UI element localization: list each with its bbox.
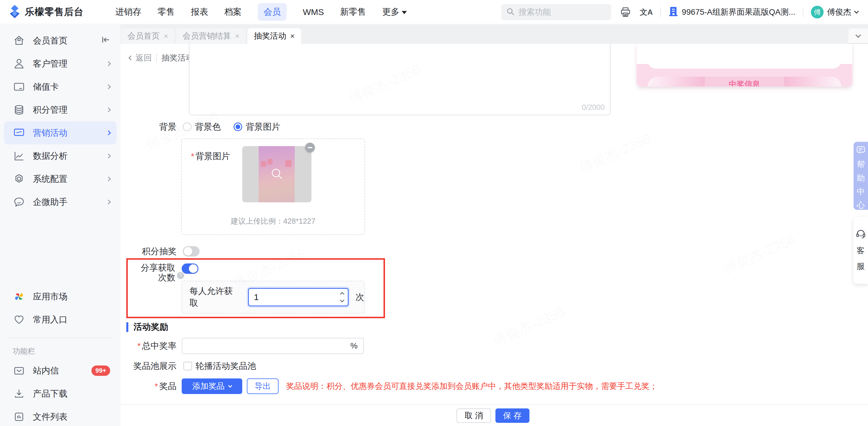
radio-background-color-label[interactable]: 背景色 [195, 121, 221, 133]
rewards-section-title: 活动奖励 [133, 321, 168, 333]
mini-app-icon [261, 161, 266, 167]
top-menu-item-new-retail[interactable]: 新零售 [340, 6, 366, 18]
points-lottery-toggle[interactable] [183, 246, 199, 257]
back-button[interactable]: 返回 [129, 53, 152, 63]
carousel-pool-checkbox-label[interactable]: 轮播活动奖品池 [195, 360, 256, 372]
tab-member-marketing-settlement[interactable]: 会员营销结算 × [176, 28, 246, 44]
save-button[interactable]: 保 存 [495, 408, 529, 423]
sidebar-item-analytics[interactable]: 数据分析 [0, 144, 121, 167]
user-icon [13, 58, 25, 69]
sidebar-item-stored-card[interactable]: 储值卡 [0, 75, 121, 98]
preview-white-panel [648, 44, 841, 69]
background-image-upload[interactable]: *背景图片 建议上传比例：428*1227 [181, 138, 365, 235]
stepper-down-icon[interactable] [340, 298, 345, 303]
export-button[interactable]: 导出 [247, 379, 279, 394]
search-input[interactable] [519, 7, 599, 17]
unit-label: 次 [355, 291, 364, 303]
top-menu-item-wms[interactable]: WMS [303, 7, 324, 17]
cancel-button[interactable]: 取 消 [457, 408, 491, 423]
translate-icon[interactable]: 文A [640, 5, 653, 19]
sidebar-item-product-download[interactable]: 产品下载 [0, 382, 121, 405]
sidebar-item-marketing[interactable]: 营销活动 [4, 121, 117, 144]
heart-icon [13, 315, 25, 324]
chevron-down-icon [228, 384, 232, 388]
per-person-count-input[interactable] [249, 292, 330, 302]
share-times-settings-box: 每人允许获取 次 [181, 281, 365, 314]
radio-background-image-label[interactable]: 背景图片 [246, 121, 280, 133]
close-icon[interactable]: × [290, 32, 294, 41]
top-menu-item-retail[interactable]: 零售 [157, 6, 175, 18]
share-times-toggle[interactable] [182, 263, 198, 274]
store-name: 99675-A组新界面果蔬版QA测... [682, 7, 795, 18]
store-icon [669, 6, 678, 18]
sidebar-item-member-home[interactable]: 会员首页 [0, 29, 121, 52]
store-selector[interactable]: 99675-A组新界面果蔬版QA测... [669, 6, 795, 18]
radio-background-image[interactable] [234, 123, 242, 131]
tab-lottery-activity[interactable]: 抽奖活动 × [247, 28, 301, 44]
share-times-toggle-row [182, 263, 198, 274]
close-icon[interactable]: × [164, 32, 168, 41]
background-image-thumbnail[interactable] [242, 146, 311, 202]
top-menu-item-report[interactable]: 报表 [191, 6, 208, 18]
chevron-left-icon [129, 56, 133, 61]
prize-row: *奖品 添加奖品 导出 奖品说明：积分、优惠券会员可直接兑奖添加到会员账户中，其… [121, 378, 657, 394]
sidebar-item-wecom[interactable]: 企微助手 [0, 191, 121, 214]
app-logo[interactable]: 乐檬零售后台 [0, 5, 115, 19]
divider [803, 7, 803, 17]
sidebar-item-settings[interactable]: 系统配置 [0, 167, 121, 191]
global-search[interactable] [501, 4, 611, 20]
sidebar: 会员首页 客户管理 储值卡 积分管理 营销 [0, 25, 121, 426]
top-menu-item-member[interactable]: 会员 [258, 3, 287, 21]
sidebar-item-file-list[interactable]: 文件列表 [0, 405, 121, 426]
description-textarea[interactable]: 0/2000 [189, 44, 611, 115]
sidebar-item-inbox[interactable]: 站内信 99+ [0, 359, 121, 382]
stepper-up-icon[interactable] [340, 292, 345, 297]
print-icon[interactable] [619, 5, 632, 19]
preview-module-row: 中奖信息 [648, 77, 841, 87]
background-image-field-label: *背景图片 [191, 151, 230, 162]
remove-image-button[interactable] [305, 143, 315, 153]
chevron-right-icon [106, 177, 111, 182]
customer-service-widget[interactable]: 客 服 [853, 217, 868, 284]
win-rate-label: *总中奖率 [121, 340, 177, 352]
marketing-icon [13, 128, 25, 138]
per-person-label: 每人允许获取 [189, 285, 240, 309]
add-prize-button[interactable]: 添加奖品 [182, 379, 242, 394]
mini-app-icon [285, 160, 291, 167]
upload-hint: 建议上传比例：428*1227 [182, 216, 365, 226]
download-icon [13, 389, 25, 399]
sidebar-item-favorites[interactable]: 常用入口 [0, 308, 121, 331]
user-menu[interactable]: 傅 傅俊杰 [811, 6, 858, 19]
top-menu-item-archive[interactable]: 档案 [224, 6, 242, 18]
top-menu-item-more[interactable]: 更多 [382, 6, 407, 18]
win-rate-input[interactable] [182, 341, 363, 351]
coins-icon [13, 105, 25, 115]
chart-icon [13, 151, 25, 161]
avatar: 傅 [811, 6, 824, 19]
chevron-down-icon [855, 32, 861, 38]
preview-bulge-left [648, 77, 705, 87]
prize-pool-row: 奖品池展示 轮播活动奖品池 [121, 360, 256, 372]
help-center-widget[interactable]: 帮 助 中 心 [854, 142, 868, 210]
gear-icon [13, 174, 25, 184]
logo-text: 乐檬零售后台 [25, 5, 84, 19]
footer-bar: 取 消 保 存 [121, 404, 868, 426]
chevron-right-icon [106, 61, 111, 66]
close-icon[interactable]: × [235, 32, 239, 41]
sidebar-item-app-market[interactable]: 应用市场 [0, 285, 121, 308]
carousel-pool-checkbox[interactable] [183, 362, 192, 370]
tab-member-home[interactable]: 会员首页 × [121, 28, 175, 44]
user-name: 傅俊杰 [827, 7, 851, 18]
radio-background-color[interactable] [183, 123, 191, 131]
main-content: 返回 抽奖活动 / 新增 0/2000 中奖信息 背景 [121, 44, 868, 426]
tab-list-dropdown[interactable] [848, 29, 868, 44]
collapse-sidebar-icon[interactable] [101, 36, 110, 45]
prize-label: *奖品 [121, 381, 177, 392]
sidebar-item-customer[interactable]: 客户管理 [0, 52, 121, 75]
tab-strip: 会员首页 × 会员营销结算 × 抽奖活动 × [121, 25, 868, 44]
chevron-right-icon [106, 154, 111, 159]
sidebar-item-points[interactable]: 积分管理 [0, 98, 121, 121]
number-stepper[interactable] [341, 289, 344, 305]
top-menu-item-jxc[interactable]: 进销存 [115, 6, 141, 18]
prize-pool-label: 奖品池展示 [121, 360, 177, 372]
